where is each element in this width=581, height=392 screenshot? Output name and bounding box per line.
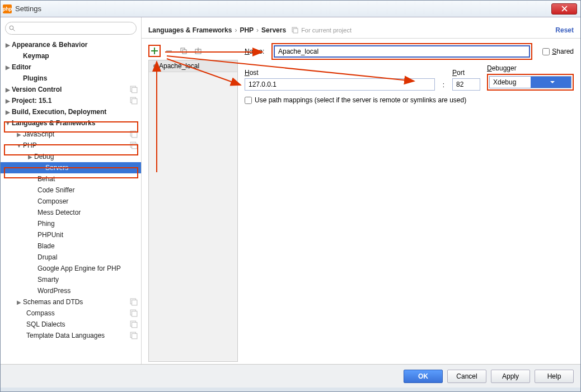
tree-sqldialects[interactable]: SQL Dialects [1, 319, 141, 330]
tree-php[interactable]: ▼PHP [1, 140, 141, 151]
svg-rect-9 [132, 144, 137, 149]
tree-plugins[interactable]: Plugins [1, 73, 141, 84]
tree-phing[interactable]: Phing [1, 218, 141, 229]
breadcrumb-sep-icon: › [256, 26, 259, 34]
cancel-button[interactable]: Cancel [447, 370, 486, 383]
chevron-down-icon [531, 77, 571, 88]
shared-label: Shared [552, 48, 574, 55]
project-scope-icon [130, 130, 138, 138]
project-scope-icon [130, 141, 138, 149]
project-scope-icon [130, 320, 138, 328]
svg-rect-7 [132, 133, 137, 138]
copy-server-button[interactable] [177, 45, 190, 57]
ok-button[interactable]: OK [404, 370, 443, 383]
project-scope-icon [292, 27, 298, 34]
tree-drupal[interactable]: Drupal [1, 252, 141, 263]
server-list-item[interactable]: Apache_local [149, 60, 237, 72]
tree-servers[interactable]: Servers [1, 162, 141, 173]
tree-appearance[interactable]: ▶Appearance & Behavior [1, 39, 141, 50]
add-server-button[interactable] [148, 45, 161, 57]
debugger-label: Debugger [487, 64, 574, 72]
shared-checkbox[interactable] [542, 48, 550, 55]
search-icon [9, 25, 16, 32]
svg-rect-11 [132, 300, 137, 305]
button-bar: OK Cancel Apply Help [1, 364, 580, 388]
host-label: Host [245, 69, 435, 77]
svg-rect-17 [132, 334, 137, 339]
server-status-icon [153, 64, 157, 68]
search-input-wrap[interactable] [5, 22, 137, 35]
tree-project[interactable]: ▶Project: 15.1 [1, 95, 141, 106]
tree-gae[interactable]: Google App Engine for PHP [1, 263, 141, 274]
tree-debug[interactable]: ▶Debug [1, 151, 141, 162]
breadcrumb-c[interactable]: Servers [261, 26, 286, 34]
app-icon: php [3, 4, 12, 13]
tree-codesniffer[interactable]: Code Sniffer [1, 185, 141, 196]
reset-link[interactable]: Reset [555, 26, 574, 34]
breadcrumb-sep-icon: › [235, 26, 237, 34]
tree-messdetector[interactable]: Mess Detector [1, 207, 141, 218]
tree-vcs[interactable]: ▶Version Control [1, 84, 141, 95]
svg-line-1 [13, 29, 15, 31]
tree-composer[interactable]: Composer [1, 196, 141, 207]
settings-tree: ▶Appearance & Behavior Keymap ▶Editor Pl… [1, 39, 141, 364]
apply-button[interactable]: Apply [491, 370, 530, 383]
breadcrumb-b[interactable]: PHP [240, 26, 254, 34]
import-server-button[interactable] [192, 45, 204, 57]
tree-phpunit[interactable]: PHPUnit [1, 229, 141, 240]
debugger-select[interactable]: Xdebug [489, 76, 571, 88]
project-scope-icon [130, 309, 138, 317]
server-list[interactable]: Apache_local [148, 60, 238, 362]
port-label: Port [452, 69, 480, 77]
tree-wordpress[interactable]: WordPress [1, 285, 141, 296]
use-path-mappings-checkbox[interactable] [245, 97, 252, 104]
server-toolbar [148, 44, 238, 58]
remove-server-button[interactable] [163, 45, 175, 57]
right-panel: Languages & Frameworks › PHP › Servers F… [142, 17, 580, 364]
tree-langfw[interactable]: ▼Languages & Frameworks [1, 117, 141, 129]
name-label: Name: [245, 48, 268, 55]
tree-smarty[interactable]: Smarty [1, 274, 141, 285]
breadcrumb-project-label: For current project [301, 27, 352, 34]
svg-point-0 [10, 26, 13, 30]
svg-rect-3 [132, 88, 137, 93]
host-input[interactable] [245, 78, 435, 91]
breadcrumb-a[interactable]: Languages & Frameworks [148, 26, 232, 34]
svg-rect-5 [132, 99, 137, 104]
window-close-button[interactable] [551, 3, 577, 15]
project-scope-icon [130, 97, 138, 105]
svg-rect-21 [182, 50, 186, 54]
project-scope-icon [130, 332, 138, 339]
breadcrumb: Languages & Frameworks › PHP › Servers F… [142, 22, 580, 39]
project-scope-icon [130, 298, 138, 306]
tree-compass[interactable]: Compass [1, 308, 141, 319]
search-input[interactable] [18, 25, 133, 32]
sidebar: ▶Appearance & Behavior Keymap ▶Editor Pl… [1, 17, 142, 364]
titlebar: php Settings [1, 1, 580, 17]
tree-editor[interactable]: ▶Editor [1, 62, 141, 73]
project-scope-icon [130, 86, 138, 93]
tree-schemas[interactable]: ▶Schemas and DTDs [1, 296, 141, 308]
tree-blade[interactable]: Blade [1, 240, 141, 252]
use-path-mappings-label: Use path mappings (select if the server … [255, 96, 466, 104]
window-title: Settings [15, 4, 551, 13]
port-input[interactable] [452, 78, 480, 91]
name-input[interactable] [274, 45, 530, 58]
svg-rect-15 [132, 323, 137, 328]
help-button[interactable]: Help [535, 370, 574, 383]
svg-rect-13 [132, 311, 137, 317]
tree-build[interactable]: ▶Build, Execution, Deployment [1, 106, 141, 117]
svg-rect-19 [293, 29, 298, 33]
tree-templatedata[interactable]: Template Data Languages [1, 330, 141, 341]
tree-keymap[interactable]: Keymap [1, 50, 141, 62]
tree-javascript[interactable]: ▶JavaScript [1, 129, 141, 140]
tree-behat[interactable]: Behat [1, 173, 141, 185]
